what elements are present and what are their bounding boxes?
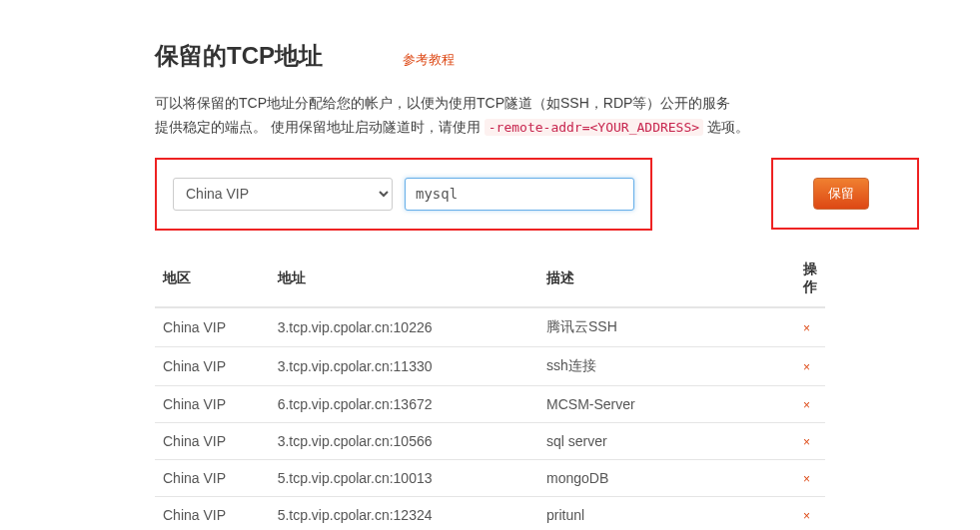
cell-description: sql server [538,422,795,459]
delete-icon[interactable]: × [803,509,810,523]
table-row: China VIP3.tcp.vip.cpolar.cn:10566sql se… [155,422,825,459]
cell-action: × [795,385,825,422]
cell-description: pritunl [538,496,795,530]
code-inline: -remote-addr=<YOUR_ADDRESS> [485,119,703,136]
cell-region: China VIP [155,459,270,496]
cell-region: China VIP [155,385,270,422]
delete-icon[interactable]: × [803,360,810,374]
delete-icon[interactable]: × [803,321,810,335]
cell-action: × [795,346,825,385]
description-input[interactable] [405,178,634,211]
form-highlight-box: China VIP [155,158,652,231]
table-row: China VIP5.tcp.vip.cpolar.cn:12324pritun… [155,496,825,530]
cell-address: 3.tcp.vip.cpolar.cn:10566 [270,422,538,459]
cell-description: MCSM-Server [538,385,795,422]
cell-action: × [795,307,825,347]
desc-line1: 可以将保留的TCP地址分配给您的帐户，以便为使用TCP隧道（如SSH，RDP等）… [155,95,730,111]
page-title: 保留的TCP地址 [155,40,323,72]
cell-action: × [795,496,825,530]
delete-icon[interactable]: × [803,398,810,412]
desc-line2-suffix: 选项。 [703,119,749,135]
th-action: 操作 [795,251,825,307]
cell-region: China VIP [155,496,270,530]
th-region: 地区 [155,251,270,307]
delete-icon[interactable]: × [803,435,810,449]
reserve-button[interactable]: 保留 [813,178,869,210]
addresses-table: 地区 地址 描述 操作 China VIP3.tcp.vip.cpolar.cn… [155,251,825,530]
cell-region: China VIP [155,346,270,385]
table-row: China VIP3.tcp.vip.cpolar.cn:11330ssh连接× [155,346,825,385]
cell-action: × [795,422,825,459]
cell-region: China VIP [155,307,270,347]
cell-region: China VIP [155,422,270,459]
cell-address: 5.tcp.vip.cpolar.cn:10013 [270,459,538,496]
cell-description: 腾讯云SSH [538,307,795,347]
cell-action: × [795,459,825,496]
table-row: China VIP5.tcp.vip.cpolar.cn:10013mongoD… [155,459,825,496]
desc-line2-prefix: 提供稳定的端点。 使用保留地址启动隧道时，请使用 [155,119,485,135]
description-text: 可以将保留的TCP地址分配给您的帐户，以便为使用TCP隧道（如SSH，RDP等）… [155,92,825,140]
region-select[interactable]: China VIP [173,178,393,211]
cell-address: 5.tcp.vip.cpolar.cn:12324 [270,496,538,530]
delete-icon[interactable]: × [803,472,810,486]
cell-address: 3.tcp.vip.cpolar.cn:11330 [270,346,538,385]
th-address: 地址 [270,251,538,307]
cell-address: 3.tcp.vip.cpolar.cn:10226 [270,307,538,347]
cell-description: mongoDB [538,459,795,496]
th-description: 描述 [538,251,795,307]
table-row: China VIP3.tcp.vip.cpolar.cn:10226腾讯云SSH… [155,307,825,347]
cell-address: 6.tcp.vip.cpolar.cn:13672 [270,385,538,422]
reserve-highlight-box: 保留 [771,158,919,230]
cell-description: ssh连接 [538,346,795,385]
tutorial-link[interactable]: 参考教程 [403,51,455,69]
table-row: China VIP6.tcp.vip.cpolar.cn:13672MCSM-S… [155,385,825,422]
